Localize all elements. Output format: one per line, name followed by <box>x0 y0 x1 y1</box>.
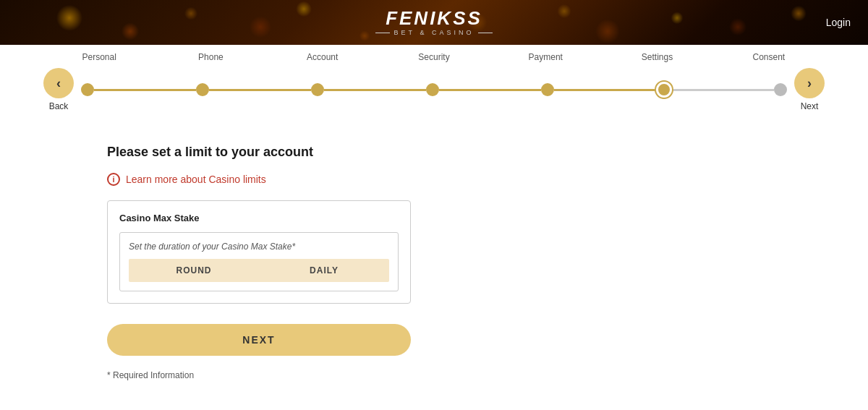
next-submit-button[interactable]: NEXT <box>107 324 411 356</box>
step-node-account <box>311 83 324 96</box>
back-label: Back <box>49 101 69 111</box>
info-icon: i <box>107 173 120 186</box>
step-node-consent <box>774 83 787 96</box>
step-node-payment <box>541 83 554 96</box>
connector-5 <box>554 89 656 91</box>
step-node-security <box>426 83 439 96</box>
step-node-phone <box>196 83 209 96</box>
card-inner: Set the duration of your Casino Max Stak… <box>119 232 399 291</box>
login-button[interactable]: Login <box>826 17 851 28</box>
next-label: Next <box>801 101 819 111</box>
next-btn-wrapper: › Next <box>794 68 825 111</box>
learn-more-link[interactable]: i Learn more about Casino limits <box>107 173 761 186</box>
back-button[interactable]: ‹ <box>43 68 74 98</box>
logo-subtitle: BET & CASINO <box>375 29 493 36</box>
card-title: Casino Max Stake <box>119 213 399 223</box>
toggle-round-button[interactable]: ROUND <box>129 259 259 282</box>
progress-row: ‹ Back › Next <box>43 65 825 116</box>
progress-section: Personal Phone Account Security Payment … <box>0 45 868 116</box>
card-inner-label: Set the duration of your Casino Max Stak… <box>129 242 389 252</box>
steps-track <box>81 82 787 98</box>
step-label-consent: Consent <box>713 52 825 62</box>
step-label-personal: Personal <box>43 52 155 62</box>
connector-3 <box>324 89 426 91</box>
step-label-phone: Phone <box>155 52 266 62</box>
step-label-settings: Settings <box>601 52 712 62</box>
step-node-personal <box>81 83 94 96</box>
learn-more-text: Learn more about Casino limits <box>126 174 266 185</box>
required-note: * Required Information <box>107 370 761 380</box>
back-btn-wrapper: ‹ Back <box>43 68 74 111</box>
step-label-account: Account <box>267 52 378 62</box>
toggle-buttons: ROUND DAILY <box>129 259 389 282</box>
main-content: Please set a limit to your account i Lea… <box>0 116 868 402</box>
connector-1 <box>94 89 196 91</box>
step-node-settings <box>656 82 672 98</box>
logo: FENIKSS BET & CASINO <box>375 9 493 36</box>
connector-2 <box>209 89 311 91</box>
connector-4 <box>439 89 541 91</box>
step-label-security: Security <box>378 52 490 62</box>
logo-text: FENIKSS <box>375 9 493 27</box>
toggle-daily-button[interactable]: DAILY <box>259 259 389 282</box>
step-label-payment: Payment <box>490 52 601 62</box>
connector-6 <box>672 89 774 91</box>
casino-max-stake-card: Casino Max Stake Set the duration of you… <box>107 200 411 304</box>
page-title: Please set a limit to your account <box>107 145 761 160</box>
next-button[interactable]: › <box>794 68 825 98</box>
header: FENIKSS BET & CASINO Login <box>0 0 868 45</box>
progress-labels: Personal Phone Account Security Payment … <box>43 52 825 62</box>
